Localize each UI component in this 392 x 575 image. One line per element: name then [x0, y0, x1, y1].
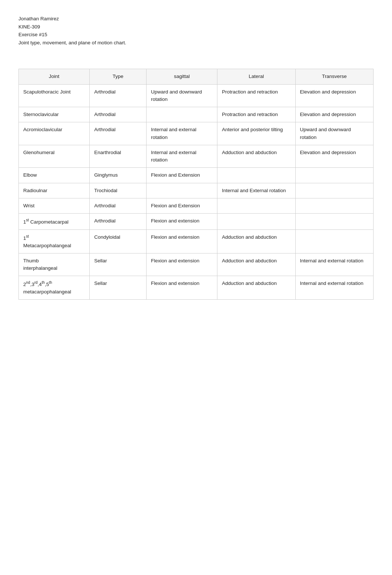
cell-transverse	[295, 229, 373, 253]
cell-joint: Acromioclavicular	[19, 122, 90, 145]
joints-table: Joint Type sagittal Lateral Transverse S…	[18, 69, 374, 300]
col-header-lateral: Lateral	[217, 69, 295, 84]
cell-sagittal: Flexion and extension	[146, 276, 217, 300]
cell-type: Arthrodial	[90, 214, 147, 230]
col-header-transverse: Transverse	[295, 69, 373, 84]
cell-joint: 1st Carpometacarpal	[19, 214, 90, 230]
cell-lateral	[217, 168, 295, 183]
cell-type: Enarthrodial	[90, 145, 147, 168]
cell-type: Arthrodial	[90, 84, 147, 107]
cell-transverse: Elevation and depression	[295, 107, 373, 122]
cell-joint: 2nd,3rd,4th,5thmetacarpophalangeal	[19, 276, 90, 300]
cell-lateral: Adduction and abduction	[217, 145, 295, 168]
cell-sagittal: Flexion and extension	[146, 253, 217, 276]
cell-sagittal: Flexion and extension	[146, 214, 217, 230]
cell-lateral: Adduction and abduction	[217, 253, 295, 276]
cell-joint: Thumbinterphalangeal	[19, 253, 90, 276]
table-row: RadioulnarTrochiodalInternal and Externa…	[19, 183, 374, 198]
cell-lateral: Protraction and retraction	[217, 84, 295, 107]
cell-transverse: Internal and external rotation	[295, 253, 373, 276]
cell-lateral	[217, 198, 295, 213]
cell-sagittal: Upward and downward rotation	[146, 84, 217, 107]
cell-type: Arthrodial	[90, 122, 147, 145]
cell-transverse: Elevation and depression	[295, 84, 373, 107]
cell-type: Condyloidal	[90, 229, 147, 253]
cell-transverse	[295, 183, 373, 198]
table-row: ElbowGinglymusFlexion and Extension	[19, 168, 374, 183]
cell-type: Sellar	[90, 253, 147, 276]
cell-lateral: Adduction and abduction	[217, 276, 295, 300]
cell-joint: Wrist	[19, 198, 90, 213]
col-header-type: Type	[90, 69, 147, 84]
table-row: Scapulothoracic JointArthrodialUpward an…	[19, 84, 374, 107]
cell-sagittal	[146, 183, 217, 198]
cell-joint: Glenohumeral	[19, 145, 90, 168]
table-row: AcromioclavicularArthrodialInternal and …	[19, 122, 374, 145]
cell-transverse: Upward and downward rotation	[295, 122, 373, 145]
cell-joint: Scapulothoracic Joint	[19, 84, 90, 107]
cell-type: Sellar	[90, 276, 147, 300]
table-row: WristArthrodialFlexion and Extension	[19, 198, 374, 213]
cell-sagittal: Internal and external rotation	[146, 145, 217, 168]
table-row: ThumbinterphalangealSellarFlexion and ex…	[19, 253, 374, 276]
cell-sagittal: Flexion and Extension	[146, 198, 217, 213]
header-line3: Exercise #15	[18, 31, 374, 39]
cell-lateral: Adduction and abduction	[217, 229, 295, 253]
header-line2: KINE-309	[18, 23, 374, 31]
cell-joint: Sternoclavicular	[19, 107, 90, 122]
cell-transverse	[295, 168, 373, 183]
cell-type: Ginglymus	[90, 168, 147, 183]
table-row: GlenohumeralEnarthrodialInternal and ext…	[19, 145, 374, 168]
cell-transverse	[295, 214, 373, 230]
table-row: 1stMetacarpophalangealCondyloidalFlexion…	[19, 229, 374, 253]
cell-lateral	[217, 214, 295, 230]
cell-type: Trochiodal	[90, 183, 147, 198]
header-line4: Joint type, movement, and plane of motio…	[18, 39, 374, 47]
header-line1: Jonathan Ramirez	[18, 15, 374, 23]
cell-joint: Elbow	[19, 168, 90, 183]
col-header-joint: Joint	[19, 69, 90, 84]
cell-sagittal: Flexion and extension	[146, 229, 217, 253]
table-row: 1st CarpometacarpalArthrodialFlexion and…	[19, 214, 374, 230]
cell-transverse: Elevation and depression	[295, 145, 373, 168]
col-header-sagittal: sagittal	[146, 69, 217, 84]
cell-lateral: Internal and External rotation	[217, 183, 295, 198]
cell-lateral: Anterior and posterior tilting	[217, 122, 295, 145]
table-row: SternoclavicularArthrodialProtraction an…	[19, 107, 374, 122]
cell-sagittal	[146, 107, 217, 122]
cell-transverse: Internal and external rotation	[295, 276, 373, 300]
table-row: 2nd,3rd,4th,5thmetacarpophalangealSellar…	[19, 276, 374, 300]
cell-joint: 1stMetacarpophalangeal	[19, 229, 90, 253]
cell-sagittal: Flexion and Extension	[146, 168, 217, 183]
header-block: Jonathan Ramirez KINE-309 Exercise #15 J…	[18, 15, 374, 47]
cell-type: Arthrodial	[90, 198, 147, 213]
cell-transverse	[295, 198, 373, 213]
cell-type: Arthrodial	[90, 107, 147, 122]
cell-sagittal: Internal and external rotation	[146, 122, 217, 145]
cell-lateral: Protraction and retraction	[217, 107, 295, 122]
cell-joint: Radioulnar	[19, 183, 90, 198]
